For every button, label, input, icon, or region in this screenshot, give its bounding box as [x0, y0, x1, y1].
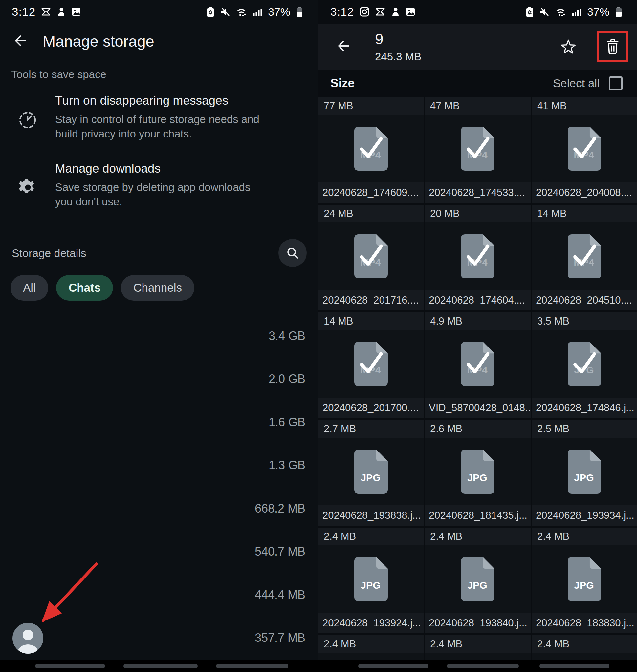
file-tile[interactable]: 20 MB MP4 20240628_174604....	[425, 205, 531, 311]
file-name-label: 20240628_204008....	[532, 183, 637, 203]
status-bar-right: 3:12	[318, 0, 637, 24]
file-size-label: 41 MB	[532, 97, 637, 115]
gear-icon	[0, 162, 55, 209]
filter-chip-channels[interactable]: Channels	[121, 275, 194, 301]
tools-list: Turn on disappearing messages Stay in co…	[0, 94, 318, 230]
file-tile[interactable]: 2.4 MB JPG 20240628_193840.j...	[425, 528, 531, 633]
file-tile[interactable]: 2.4 MB JPG 20240628_183830.j...	[532, 528, 637, 633]
file-tile[interactable]: 2.4 MB	[532, 635, 637, 660]
list-header: Size Select all	[318, 70, 637, 97]
person-icon	[391, 6, 400, 17]
file-name-label: 20240628_183830.j...	[532, 613, 637, 633]
chat-avatar[interactable]	[13, 623, 43, 654]
wifi-icon	[236, 6, 247, 17]
mute-icon	[539, 6, 550, 17]
instagram-icon	[359, 6, 370, 17]
file-size-label: 3.5 MB	[532, 312, 637, 330]
file-tile[interactable]: 2.6 MB JPG 20240628_181435.j...	[425, 420, 531, 526]
file-name-label: 20240628_204510....	[532, 290, 637, 311]
disappearing-messages-icon	[0, 94, 55, 141]
select-all-label[interactable]: Select all	[553, 77, 600, 90]
file-tile[interactable]: 2.4 MB	[318, 635, 423, 660]
delete-button-highlight[interactable]	[597, 31, 629, 62]
gallery-icon	[405, 6, 416, 17]
file-icon: MP4	[532, 222, 637, 290]
tool-title: Turn on disappearing messages	[55, 94, 269, 108]
sort-by-size-label[interactable]: Size	[330, 76, 354, 90]
chat-size-row[interactable]: 668.2 MB	[0, 487, 305, 530]
chat-size-row[interactable]: 2.0 GB	[0, 358, 305, 401]
file-size-label: 2.7 MB	[318, 420, 423, 438]
file-name-label: VID_58700428_0148...	[425, 398, 531, 418]
file-icon	[318, 653, 423, 660]
status-bar-left: 3:12 37%	[0, 0, 318, 24]
file-name-label: 20240628_201716....	[318, 290, 423, 311]
file-tile[interactable]: 2.7 MB JPG 20240628_193838.j...	[318, 420, 423, 526]
page-title: Manage storage	[43, 32, 154, 50]
file-size-label: 77 MB	[318, 97, 423, 115]
file-tile[interactable]: 3.5 MB JPG 20240628_174846.j...	[532, 312, 637, 418]
filter-chips: AllChatsChannels	[11, 275, 194, 301]
file-tile[interactable]: 47 MB MP4 20240628_174533....	[425, 97, 531, 203]
file-size-label: 2.4 MB	[425, 528, 531, 545]
file-tile[interactable]: 14 MB MP4 20240628_201700....	[318, 312, 423, 418]
chat-size-row[interactable]: 1.3 GB	[0, 444, 305, 487]
chat-size-row[interactable]: 540.7 MB	[0, 530, 305, 574]
battery-percent-text: 37%	[587, 5, 609, 18]
manage-storage-screen: 3:12 37%	[0, 0, 318, 660]
star-button[interactable]	[560, 38, 577, 55]
chat-size-row[interactable]: 444.4 MB	[0, 573, 305, 617]
file-icon: JPG	[532, 545, 637, 613]
filter-chip-chats[interactable]: Chats	[56, 275, 113, 301]
search-icon	[286, 246, 299, 260]
chat-size-row[interactable]: 357.7 MB	[0, 617, 305, 660]
tools-section-title: Tools to save space	[11, 68, 106, 81]
file-icon: MP4	[532, 115, 637, 183]
file-name-label: 20240628_193838.j...	[318, 505, 423, 526]
file-name-label: 20240628_193924.j...	[318, 613, 423, 633]
gesture-pill	[216, 664, 288, 668]
clock-text: 3:12	[330, 5, 354, 18]
svg-text:JPG: JPG	[361, 472, 381, 483]
file-icon: MP4	[318, 222, 423, 290]
chat-size-row[interactable]: 3.4 GB	[0, 314, 305, 358]
select-all-checkbox[interactable]	[609, 76, 622, 90]
file-name-label: 20240628_193840.j...	[425, 613, 531, 633]
file-tile[interactable]: 41 MB MP4 20240628_204008....	[532, 97, 637, 203]
file-name-label: 20240628_193934.j...	[532, 505, 637, 526]
file-name-label: 20240628_201700....	[318, 398, 423, 418]
svg-text:JPG: JPG	[574, 472, 594, 483]
file-tile[interactable]: 4.9 MB MP4 VID_58700428_0148...	[425, 312, 531, 418]
file-size-label: 2.4 MB	[318, 528, 423, 545]
disappearing-messages-item[interactable]: Turn on disappearing messages Stay in co…	[0, 94, 318, 141]
file-tile[interactable]: 77 MB MP4 20240628_174609....	[318, 97, 423, 203]
file-tile[interactable]: 2.4 MB JPG 20240628_193924.j...	[318, 528, 423, 633]
back-arrow-icon[interactable]	[12, 33, 28, 50]
gesture-pill	[358, 664, 428, 668]
search-button[interactable]	[278, 239, 307, 267]
file-icon: JPG	[425, 438, 531, 505]
file-tile[interactable]: 2.5 MB JPG 20240628_193934.j...	[532, 420, 637, 526]
file-size-label: 20 MB	[425, 205, 531, 222]
file-tile[interactable]: 24 MB MP4 20240628_201716....	[318, 205, 423, 311]
battery-icon	[615, 6, 622, 17]
file-size-label: 2.6 MB	[425, 420, 531, 438]
file-icon: MP4	[318, 115, 423, 183]
gesture-pill	[124, 664, 198, 668]
file-icon: JPG	[532, 330, 637, 398]
file-icon	[425, 653, 531, 660]
svg-text:JPG: JPG	[361, 580, 381, 591]
signal-icon	[571, 6, 582, 17]
back-arrow-icon[interactable]	[335, 38, 351, 55]
file-tile[interactable]: 2.4 MB	[425, 635, 531, 660]
chat-size-row[interactable]: 1.6 GB	[0, 400, 305, 444]
manage-downloads-item[interactable]: Manage downloads Save storage by deletin…	[0, 162, 318, 209]
person-silhouette-icon	[13, 623, 43, 654]
filter-chip-all[interactable]: All	[11, 275, 48, 301]
svg-text:JPG: JPG	[467, 472, 487, 483]
file-tile[interactable]: 14 MB MP4 20240628_204510....	[532, 205, 637, 311]
file-icon: MP4	[425, 222, 531, 290]
file-name-label: 20240628_174609....	[318, 183, 423, 203]
selected-count: 9	[375, 30, 421, 48]
file-size-label: 47 MB	[425, 97, 531, 115]
